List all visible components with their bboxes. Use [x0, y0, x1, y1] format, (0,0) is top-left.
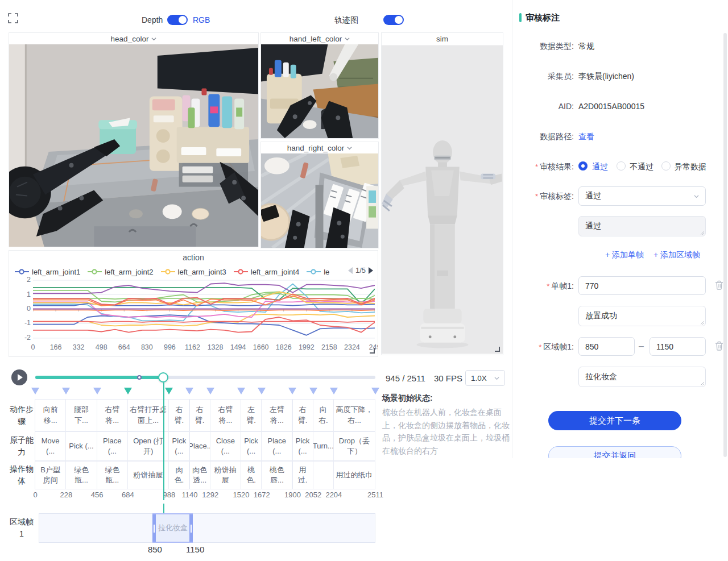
- legend-pagination: 1/5: [348, 266, 373, 275]
- legend-prev-icon[interactable]: [348, 267, 353, 274]
- frame-counter: 945 / 2511: [386, 373, 425, 383]
- legend-item[interactable]: left_arm_joint2: [88, 268, 153, 276]
- radio-pass-label[interactable]: 通过: [592, 162, 608, 172]
- timeline-cell[interactable]: 右臂.: [168, 399, 189, 431]
- timeline-cell[interactable]: 向前移...: [35, 399, 66, 431]
- add-single-frame-link[interactable]: + 添加单帧: [605, 250, 644, 260]
- keyframe-marker[interactable]: [31, 388, 39, 394]
- collector-label: 采集员:: [512, 72, 574, 82]
- timeline-cell[interactable]: 用过.: [292, 461, 313, 489]
- scrollbar-thumb[interactable]: [723, 33, 727, 457]
- timeline-cell[interactable]: 向右.: [313, 399, 334, 431]
- timeline-cell[interactable]: 绿色瓶...: [65, 461, 97, 489]
- resize-grip-icon: [700, 320, 704, 325]
- timeline-cell[interactable]: 左臂将...: [261, 399, 292, 431]
- region-right-handle[interactable]: [189, 514, 193, 542]
- keyframe-marker[interactable]: [206, 388, 214, 394]
- timeline-cell[interactable]: Pick (...: [292, 431, 313, 461]
- delete-region-frame-icon[interactable]: [715, 341, 723, 351]
- timeline-cell[interactable]: Pick (...: [168, 431, 189, 461]
- single-frame-input[interactable]: 770: [578, 276, 706, 295]
- progress-slider-handle[interactable]: [158, 372, 168, 383]
- delete-single-frame-icon[interactable]: [715, 280, 723, 290]
- keyframe-marker[interactable]: [237, 388, 245, 394]
- timeline-cell[interactable]: 腰部下...: [65, 399, 97, 431]
- legend-item[interactable]: left_arm_joint1: [15, 268, 80, 276]
- timeline-cell[interactable]: B户型房间: [35, 461, 66, 489]
- timeline-cell[interactable]: 用过的纸巾: [333, 461, 375, 489]
- legend-item[interactable]: left_arm_joint3: [161, 268, 226, 276]
- radio-pass[interactable]: [578, 161, 588, 173]
- timeline-cell[interactable]: 肉色.: [168, 461, 189, 489]
- sim-panel-title: sim: [436, 35, 448, 43]
- speed-select[interactable]: 1.0X: [465, 370, 505, 386]
- timeline-cell[interactable]: 桃色.: [241, 461, 262, 489]
- region-start-input[interactable]: 850: [578, 337, 635, 356]
- keyframe-marker[interactable]: [93, 388, 101, 394]
- timeline-cell[interactable]: Move (...: [35, 431, 66, 461]
- timeline-cell[interactable]: Place (...: [97, 431, 128, 461]
- y-axis-tick-label: 2: [14, 276, 31, 284]
- resize-handle-icon[interactable]: [494, 346, 500, 352]
- radio-fail[interactable]: [617, 161, 626, 173]
- review-tag-select[interactable]: 通过: [578, 186, 706, 206]
- keyframe-marker[interactable]: [288, 388, 296, 394]
- timeline-cell[interactable]: Pick (...: [65, 431, 97, 461]
- timeline-cell[interactable]: 右臂将...: [210, 399, 241, 431]
- add-region-frame-link[interactable]: + 添加区域帧: [653, 250, 700, 260]
- keyframe-marker[interactable]: [330, 388, 338, 394]
- radio-fail-label[interactable]: 不通过: [630, 162, 653, 172]
- submit-return-button[interactable]: 提交并返回: [548, 446, 681, 458]
- keyframe-marker[interactable]: [165, 388, 173, 394]
- keyframe-marker[interactable]: [62, 388, 70, 394]
- fullscreen-icon[interactable]: [8, 13, 18, 23]
- x-axis-tick-label: 2158: [321, 343, 337, 351]
- x-axis-tick-label: 830: [141, 343, 153, 351]
- keyframe-marker[interactable]: [124, 388, 132, 394]
- review-tag-note-textarea[interactable]: 通过: [578, 216, 706, 236]
- region-frame-track[interactable]: [39, 513, 375, 543]
- hand-right-camera-selector[interactable]: hand_right_color: [261, 142, 378, 153]
- timeline-cell[interactable]: Place (...: [261, 431, 292, 461]
- timeline-cell[interactable]: Turn...: [313, 431, 334, 461]
- timeline-cell[interactable]: 右臂.: [189, 399, 210, 431]
- single-frame-label: *单帧1:: [512, 281, 574, 292]
- keyframe-marker[interactable]: [371, 388, 379, 394]
- timeline-cell[interactable]: 右臂将...: [97, 399, 128, 431]
- radio-abnormal[interactable]: [661, 161, 671, 173]
- keyframe-marker[interactable]: [258, 388, 266, 394]
- timeline-cell[interactable]: Place..: [189, 431, 210, 461]
- region-end-input[interactable]: 1150: [650, 337, 706, 356]
- legend-item[interactable]: le: [307, 268, 329, 276]
- timeline-cell[interactable]: 右臂.: [292, 399, 313, 431]
- submit-next-button[interactable]: 提交并下一条: [548, 411, 681, 430]
- region-frame-block[interactable]: 拉化妆盒: [152, 513, 193, 543]
- data-path-view-link[interactable]: 查看: [578, 132, 594, 142]
- keyframe-marker[interactable]: [309, 388, 317, 394]
- timeline-cell[interactable]: 肉色透...: [189, 461, 210, 489]
- legend-next-icon[interactable]: [369, 267, 373, 274]
- x-axis-tick-label: 1162: [185, 343, 200, 351]
- hand-left-camera-selector[interactable]: hand_left_color: [261, 33, 378, 44]
- timeline-cell[interactable]: 粉饼抽屉: [210, 461, 241, 489]
- timeline-cell[interactable]: [313, 461, 334, 489]
- region-end-frame-label: 1150: [186, 545, 204, 554]
- timeline-cell[interactable]: Pick (...: [241, 431, 262, 461]
- timeline-cell[interactable]: Close (...: [210, 431, 241, 461]
- play-button[interactable]: [11, 369, 27, 385]
- keyframe-marker[interactable]: [185, 388, 193, 394]
- timeline-cell[interactable]: Drop（丢下）: [333, 431, 375, 461]
- timeline-cell[interactable]: 桃色唇...: [261, 461, 292, 489]
- region-left-handle[interactable]: [152, 514, 156, 542]
- single-frame-note-textarea[interactable]: 放置成功: [578, 306, 706, 326]
- trajectory-toggle[interactable]: [383, 15, 404, 25]
- timeline-cell[interactable]: 左臂.: [241, 399, 262, 431]
- depth-rgb-toggle[interactable]: [167, 15, 188, 25]
- legend-item[interactable]: left_arm_joint4: [234, 268, 299, 276]
- head-camera-selector[interactable]: head_color: [9, 33, 258, 44]
- timeline-cell[interactable]: 绿色瓶...: [97, 461, 128, 489]
- region-frame-note-textarea[interactable]: 拉化妆盒: [578, 367, 706, 387]
- timeline-cell[interactable]: 高度下降，右...: [333, 399, 375, 431]
- radio-abnormal-label[interactable]: 异常数据: [675, 162, 706, 172]
- region-row-label: 区域帧1: [9, 513, 35, 543]
